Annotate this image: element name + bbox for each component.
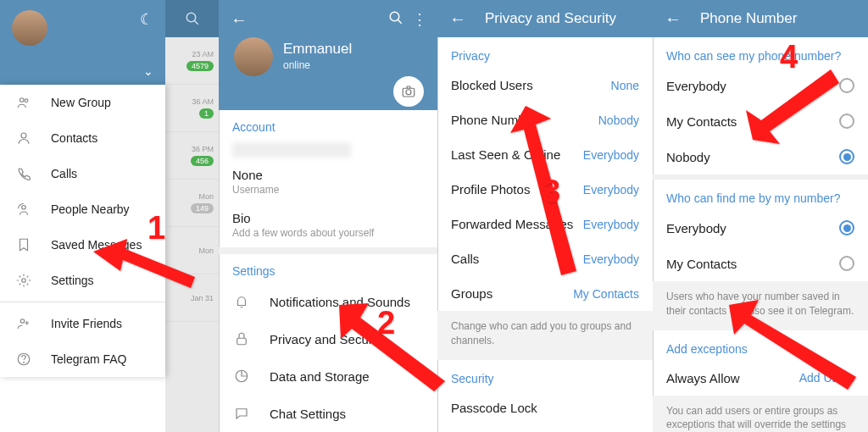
settings-privacy[interactable]: Privacy and Security <box>219 320 437 357</box>
bio-row[interactable]: BioAdd a few words about yourself <box>219 204 437 247</box>
menu-contacts[interactable]: Contacts <box>0 120 165 156</box>
separator <box>0 302 165 302</box>
account-header: Account <box>219 110 437 139</box>
chat-stub[interactable]: 36 AM1 <box>165 85 219 132</box>
radio-icon <box>839 78 854 93</box>
chat-stub[interactable]: Mon <box>165 227 219 274</box>
opt-my-contacts-1[interactable]: My Contacts <box>653 103 868 139</box>
pane-privacy-security: ←Privacy and Security Privacy Blocked Us… <box>437 0 653 432</box>
row-passcode[interactable]: Passcode Lock <box>437 390 653 425</box>
privacy-header: Privacy <box>437 37 653 68</box>
username-row[interactable]: NoneUsername <box>219 161 437 204</box>
row-phone-number[interactable]: Phone NumberNobody <box>437 102 653 137</box>
username-sub: Username <box>232 184 424 196</box>
q1-header: Who can see my phone number? <box>653 37 868 68</box>
header-title: Phone Number <box>700 10 797 27</box>
bio-value: Bio <box>232 211 424 225</box>
security-header: Security <box>437 360 653 390</box>
menu-invite-friends[interactable]: Invite Friends <box>0 306 165 341</box>
svg-point-10 <box>390 12 399 21</box>
pane-settings: ← ⋮ Emmanuel online Account NoneUsername… <box>219 0 437 432</box>
opt-everybody-1[interactable]: Everybody <box>653 68 868 103</box>
settings-section-header: Settings <box>219 254 437 283</box>
row-blocked-users[interactable]: Blocked UsersNone <box>437 68 653 102</box>
night-mode-icon[interactable]: ☾ <box>140 10 153 29</box>
q2-footer: Users who have your number saved in thei… <box>653 281 868 330</box>
q2-header: Who can find me by my number? <box>653 180 868 210</box>
row-groups[interactable]: GroupsMy Contacts <box>437 276 653 311</box>
opt-everybody-2[interactable]: Everybody <box>653 210 868 246</box>
chat-stub[interactable]: Jan 31 <box>165 274 219 322</box>
pane-drawer: 23 AM4579 36 AM1 36 PM456 Mon149 Mon Jan… <box>0 0 219 432</box>
privacy-footer: Change who can add you to groups and cha… <box>437 311 653 360</box>
more-icon[interactable]: ⋮ <box>412 10 427 29</box>
row-forwarded[interactable]: Forwarded MessagesEverybody <box>437 207 653 241</box>
phone-blurred <box>232 142 351 158</box>
menu-faq[interactable]: Telegram FAQ <box>0 341 165 377</box>
svg-point-2 <box>20 98 25 102</box>
menu-people-nearby[interactable]: People Nearby <box>0 191 165 227</box>
drawer-menu: New Group Contacts Calls People Nearby S… <box>0 85 165 377</box>
row-always-allow[interactable]: Always AllowAdd Users <box>653 361 868 396</box>
chat-icon <box>232 406 251 421</box>
back-icon[interactable]: ← <box>665 9 682 29</box>
username-value: None <box>232 168 424 182</box>
svg-line-1 <box>194 20 198 25</box>
svg-point-5 <box>22 206 26 210</box>
search-strip[interactable] <box>165 0 219 37</box>
menu-label: Contacts <box>51 131 97 145</box>
search-icon[interactable] <box>388 10 403 29</box>
avatar[interactable] <box>234 37 273 76</box>
annotation-3: 3 <box>542 174 560 210</box>
menu-settings[interactable]: Settings <box>0 263 165 298</box>
back-icon[interactable]: ← <box>449 9 466 29</box>
avatar[interactable] <box>12 10 47 46</box>
settings-label: Chat Settings <box>270 407 346 421</box>
camera-button[interactable] <box>393 76 424 107</box>
menu-new-group[interactable]: New Group <box>0 85 165 120</box>
settings-data[interactable]: Data and Storage <box>219 357 437 395</box>
header-title: Privacy and Security <box>485 10 616 27</box>
radio-icon <box>839 114 854 129</box>
chat-list-strip: 23 AM4579 36 AM1 36 PM456 Mon149 Mon Jan… <box>165 0 219 432</box>
row-two-step[interactable]: Two-Step VerificationOff <box>437 425 653 432</box>
group-icon <box>14 95 34 110</box>
chat-stub[interactable]: Mon149 <box>165 180 219 227</box>
settings-label: Privacy and Security <box>270 332 386 346</box>
radio-icon <box>839 149 854 164</box>
menu-calls[interactable]: Calls <box>0 156 165 191</box>
svg-point-9 <box>24 362 25 363</box>
gear-icon <box>14 273 34 288</box>
svg-rect-14 <box>237 338 247 345</box>
row-calls[interactable]: CallsEverybody <box>437 241 653 276</box>
menu-label: Invite Friends <box>51 317 122 330</box>
row-last-seen[interactable]: Last Seen & OnlineEverybody <box>437 137 653 172</box>
svg-line-11 <box>398 19 402 24</box>
annotation-4: 4 <box>780 39 798 75</box>
settings-chat[interactable]: Chat Settings <box>219 395 437 432</box>
menu-saved-messages[interactable]: Saved Messages <box>0 227 165 263</box>
profile-status: online <box>283 59 310 71</box>
help-icon <box>14 352 34 367</box>
account-chevron-icon[interactable]: ⌄ <box>143 64 153 78</box>
bell-icon <box>232 294 251 309</box>
lock-icon <box>232 331 251 346</box>
pie-icon <box>232 368 251 384</box>
radio-icon <box>839 220 854 235</box>
phone-icon <box>14 166 34 181</box>
back-icon[interactable]: ← <box>231 10 248 30</box>
opt-nobody[interactable]: Nobody <box>653 139 868 174</box>
annotation-2: 2 <box>377 305 395 341</box>
opt-my-contacts-2[interactable]: My Contacts <box>653 246 868 281</box>
menu-label: Settings <box>51 274 94 287</box>
svg-point-0 <box>186 13 196 22</box>
menu-label: People Nearby <box>51 202 130 216</box>
settings-notifications[interactable]: Notifications and Sounds <box>219 283 437 320</box>
nearby-icon <box>14 202 34 217</box>
menu-label: New Group <box>51 96 111 109</box>
svg-point-7 <box>20 319 25 324</box>
chat-stub[interactable]: 36 PM456 <box>165 132 219 180</box>
menu-label: Calls <box>51 167 77 180</box>
chat-stub[interactable]: 23 AM4579 <box>165 37 219 85</box>
settings-label: Data and Storage <box>270 369 370 384</box>
